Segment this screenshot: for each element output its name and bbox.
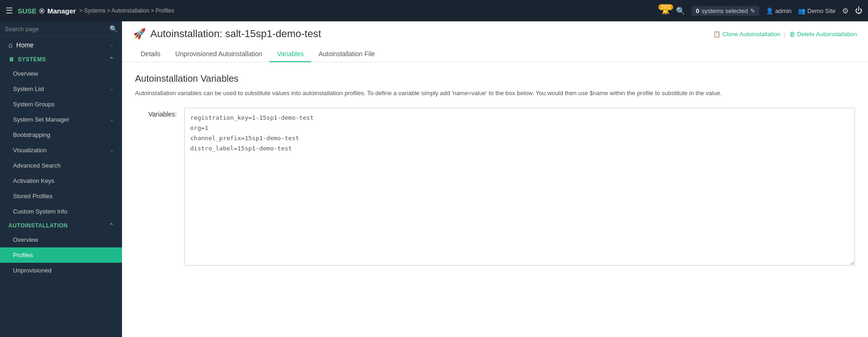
rocket-icon: 🚀	[133, 28, 146, 40]
variables-form-row: Variables: registration_key=1-15sp1-demo…	[135, 108, 855, 266]
sidebar-item-overview[interactable]: Overview	[0, 66, 122, 81]
sidebar-item-profiles-label: Profiles	[13, 252, 114, 259]
tab-unprovisioned[interactable]: Unprovisioned Autoinstallation	[168, 46, 270, 62]
section-title: Autoinstallation Variables	[135, 73, 855, 84]
chevron-up-icon: ⌃	[109, 222, 114, 229]
page-title-row: 🚀 Autoinstallation: salt-15sp1-demo-test…	[133, 28, 857, 40]
sidebar-item-activation-keys-label: Activation Keys	[13, 177, 114, 184]
sidebar-group-autoinstallation[interactable]: Autoinstallation ⌃	[0, 219, 122, 232]
nav-actions: 🔔 2502 🔍 0 systems selected ✎ 👤 admin 👥 …	[662, 6, 862, 16]
content-area: 🚀 Autoinstallation: salt-15sp1-demo-test…	[122, 21, 868, 337]
notifications-bell[interactable]: 🔔 2502	[662, 7, 669, 14]
sidebar-item-unprovisioned-label: Unprovisioned	[13, 267, 114, 274]
search-bar: 🔍	[0, 21, 122, 37]
page-actions: 📋 Clone Autoinstallation | 🗑 Delete Auto…	[713, 31, 857, 38]
notifications-badge: 2502	[658, 4, 673, 10]
sidebar-item-profiles[interactable]: Profiles	[0, 247, 122, 263]
admin-link[interactable]: 👤 admin	[766, 7, 791, 14]
brand-suse: SUSE	[18, 7, 37, 15]
section-description: Autoinstallation variables can be used t…	[135, 89, 855, 98]
sidebar-item-system-groups-label: System Groups	[13, 101, 114, 108]
systems-selected-label: systems selected	[701, 7, 748, 14]
sidebar-item-custom-system-info-label: Custom System Info	[13, 208, 114, 215]
hamburger-icon[interactable]: ☰	[6, 6, 13, 16]
trash-icon: 🗑	[789, 31, 795, 38]
demo-site-link[interactable]: 👥 Demo Site	[798, 7, 836, 14]
action-divider: |	[784, 31, 785, 38]
sidebar-item-system-set-manager-label: System Set Manager	[13, 116, 110, 123]
page-header: 🚀 Autoinstallation: salt-15sp1-demo-test…	[122, 21, 868, 62]
sidebar-item-auto-overview[interactable]: Overview	[0, 232, 122, 247]
sidebar-item-system-set-manager[interactable]: System Set Manager ⌄	[0, 112, 122, 127]
brand-manager: Manager	[47, 7, 76, 15]
chevron-up-icon: ⌃	[109, 56, 114, 63]
chevron-down-icon: ⌄	[110, 42, 114, 47]
variables-label: Variables:	[135, 108, 177, 118]
breadcrumb: > Systems > Autoinstallation > Profiles	[78, 7, 174, 14]
monitor-icon: 🖥	[8, 56, 14, 63]
sidebar-item-bootstrapping[interactable]: Bootstrapping	[0, 127, 122, 143]
systems-selected[interactable]: 0 systems selected ✎	[692, 6, 759, 16]
tab-details-label: Details	[141, 50, 161, 58]
chevron-down-icon: ⌄	[110, 117, 114, 122]
sidebar-item-visualization-label: Visualization	[13, 147, 110, 154]
search-input[interactable]	[5, 26, 107, 32]
power-icon[interactable]: ⏻	[855, 6, 862, 15]
sidebar-item-unprovisioned[interactable]: Unprovisioned	[0, 263, 122, 278]
sidebar-item-stored-profiles[interactable]: Stored Profiles	[0, 188, 122, 204]
sidebar-item-advanced-search-label: Advanced Search	[13, 162, 114, 169]
sidebar-item-home[interactable]: ⌂ Home ⌄	[0, 37, 122, 53]
page-title-text: Autoinstallation: salt-15sp1-demo-test	[150, 28, 321, 40]
demo-label: Demo Site	[807, 7, 836, 14]
variables-textarea[interactable]: registration_key=1-15sp1-demo-test org=1…	[184, 108, 855, 266]
sidebar-item-system-groups[interactable]: System Groups	[0, 97, 122, 112]
sidebar-group-systems[interactable]: 🖥 Systems ⌃	[0, 53, 122, 66]
edit-icon[interactable]: ✎	[750, 7, 755, 14]
sidebar-item-stored-profiles-label: Stored Profiles	[13, 193, 114, 200]
brand-registered: ®	[39, 7, 45, 15]
admin-label: admin	[775, 7, 791, 14]
sidebar-item-custom-system-info[interactable]: Custom System Info	[0, 204, 122, 219]
sidebar-item-bootstrapping-label: Bootstrapping	[13, 131, 114, 138]
clone-icon: 📋	[713, 31, 720, 38]
chevron-down-icon: ⌄	[110, 148, 114, 153]
sidebar-item-activation-keys[interactable]: Activation Keys	[0, 173, 122, 188]
breadcrumb-current: Profiles	[155, 7, 174, 14]
sidebar-item-system-list[interactable]: System List ⌄	[0, 81, 122, 97]
sidebar-item-overview-label: Overview	[13, 70, 114, 77]
tab-variables[interactable]: Variables	[270, 46, 311, 62]
sidebar-item-advanced-search[interactable]: Advanced Search	[0, 158, 122, 173]
tab-variables-label: Variables	[277, 50, 303, 58]
search-icon[interactable]: 🔍	[109, 25, 117, 32]
clone-label: Clone Autoinstallation	[722, 31, 780, 38]
page-title: 🚀 Autoinstallation: salt-15sp1-demo-test	[133, 28, 321, 40]
sidebar: 🔍 ⌂ Home ⌄ 🖥 Systems ⌃ Overview System L…	[0, 21, 122, 337]
tabs: Details Unprovisioned Autoinstallation V…	[133, 46, 857, 62]
tab-details[interactable]: Details	[133, 46, 168, 62]
systems-selected-count: 0	[696, 7, 699, 14]
group-icon: 👥	[798, 7, 805, 14]
chevron-down-icon: ⌄	[110, 86, 114, 91]
brand-logo: SUSE®Manager	[18, 7, 76, 15]
user-icon: 👤	[766, 7, 773, 14]
sidebar-item-system-list-label: System List	[13, 85, 110, 92]
delete-label: Delete Autoinstallation	[797, 31, 857, 38]
top-navbar: ☰ SUSE®Manager > Systems > Autoinstallat…	[0, 0, 868, 21]
sidebar-item-auto-overview-label: Overview	[13, 236, 114, 243]
clone-link[interactable]: 📋 Clone Autoinstallation	[713, 31, 780, 38]
sidebar-item-visualization[interactable]: Visualization ⌄	[0, 143, 122, 158]
tab-autoinstallation-file-label: Autoinstallation File	[319, 50, 375, 58]
delete-link[interactable]: 🗑 Delete Autoinstallation	[789, 31, 857, 38]
tab-unprovisioned-label: Unprovisioned Autoinstallation	[175, 50, 263, 58]
search-icon[interactable]: 🔍	[676, 6, 685, 15]
main-layout: 🔍 ⌂ Home ⌄ 🖥 Systems ⌃ Overview System L…	[0, 21, 868, 337]
tab-autoinstallation-file[interactable]: Autoinstallation File	[311, 46, 382, 62]
settings-icon[interactable]: ⚙	[842, 6, 849, 15]
autoinstallation-group-label: Autoinstallation	[8, 222, 68, 229]
sidebar-item-home-label: Home	[16, 41, 110, 49]
home-icon: ⌂	[8, 41, 13, 49]
systems-group-label: Systems	[18, 56, 46, 63]
main-content: Autoinstallation Variables Autoinstallat…	[122, 62, 868, 277]
